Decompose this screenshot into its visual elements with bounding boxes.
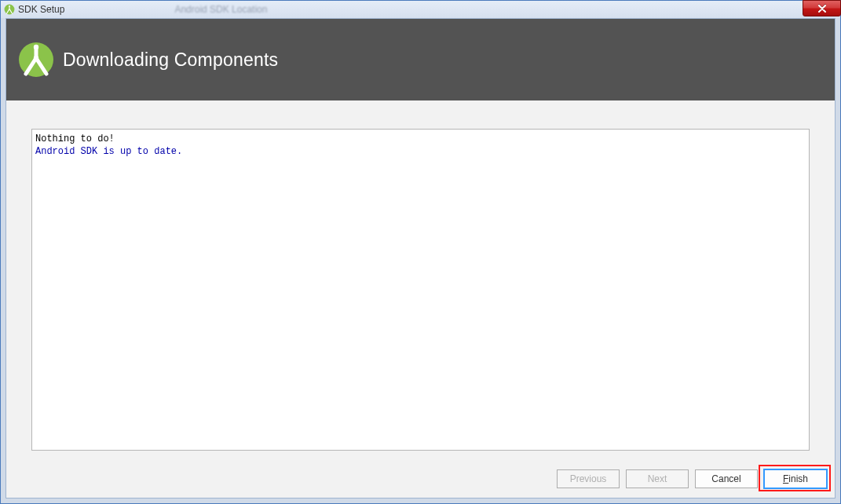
svg-point-4 <box>34 56 38 60</box>
svg-point-3 <box>34 45 38 49</box>
log-line: Android SDK is up to date. <box>35 145 806 158</box>
titlebar: SDK Setup Android SDK Location <box>1 1 840 18</box>
background-window-hint: Android SDK Location <box>174 4 267 15</box>
log-line: Nothing to do! <box>35 133 806 145</box>
window-title: SDK Setup <box>18 4 64 15</box>
close-icon <box>817 5 827 13</box>
dialog: Downloading Components Nothing to do! An… <box>5 18 836 499</box>
content-area: Nothing to do! Android SDK is up to date… <box>6 100 835 460</box>
close-button[interactable] <box>803 0 841 16</box>
finish-button[interactable]: Finish <box>764 469 827 488</box>
svg-point-1 <box>9 5 10 7</box>
finish-rest: inish <box>788 473 808 484</box>
dialog-heading: Downloading Components <box>63 49 278 71</box>
dialog-header: Downloading Components <box>6 19 835 100</box>
android-studio-icon <box>4 4 15 15</box>
window-frame: SDK Setup Android SDK Location Downloadi… <box>0 0 841 504</box>
cancel-button[interactable]: Cancel <box>695 469 758 488</box>
next-button: Next <box>626 469 689 488</box>
android-studio-logo-icon <box>17 41 55 79</box>
button-row: Previous Next Cancel Finish <box>6 460 835 498</box>
previous-button: Previous <box>557 469 620 488</box>
log-output[interactable]: Nothing to do! Android SDK is up to date… <box>31 129 810 451</box>
